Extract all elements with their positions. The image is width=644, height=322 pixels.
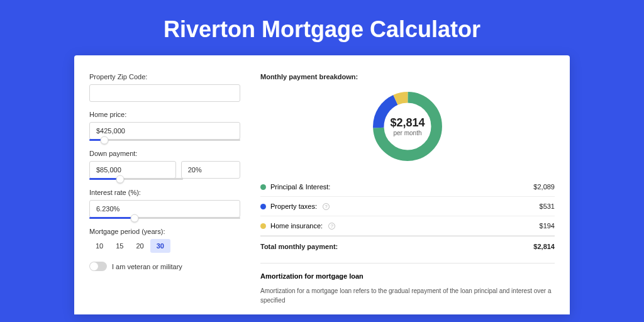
veteran-label: I am veteran or military bbox=[112, 263, 182, 270]
down-payment-label: Down payment: bbox=[89, 150, 240, 157]
zip-field: Property Zip Code: bbox=[89, 73, 240, 102]
breakdown-title: Monthly payment breakdown: bbox=[260, 73, 555, 80]
dot-icon bbox=[260, 184, 266, 190]
legend-label: Property taxes: bbox=[270, 203, 317, 210]
dot-icon bbox=[260, 223, 266, 229]
interest-rate-label: Interest rate (%): bbox=[89, 189, 240, 196]
mortgage-period-label: Mortgage period (years): bbox=[89, 228, 240, 235]
slider-thumb[interactable] bbox=[116, 175, 125, 183]
interest-rate-input[interactable] bbox=[89, 200, 240, 218]
calculator-card: Property Zip Code: Home price: Down paym… bbox=[74, 55, 570, 314]
amortization-text: Amortization for a mortgage loan refers … bbox=[260, 286, 555, 305]
legend-label: Home insurance: bbox=[270, 222, 323, 230]
down-payment-field: Down payment: bbox=[89, 150, 240, 180]
mortgage-period-field: Mortgage period (years): 10 15 20 30 bbox=[89, 228, 240, 253]
donut-chart-wrap: $2,814 per month bbox=[260, 88, 555, 165]
donut-sub: per month bbox=[393, 130, 421, 136]
veteran-toggle[interactable] bbox=[89, 262, 107, 271]
period-tab-30[interactable]: 30 bbox=[150, 239, 170, 253]
legend-principal: Principal & Interest: $2,089 bbox=[260, 177, 555, 197]
legend-taxes: Property taxes: ? $531 bbox=[260, 197, 555, 216]
period-tab-10[interactable]: 10 bbox=[89, 239, 109, 253]
legend-label: Principal & Interest: bbox=[270, 183, 330, 191]
dot-icon bbox=[260, 204, 266, 209]
interest-rate-slider[interactable] bbox=[89, 217, 240, 219]
down-payment-input[interactable] bbox=[89, 161, 176, 179]
home-price-label: Home price: bbox=[89, 111, 240, 118]
amortization-title: Amortization for mortgage loan bbox=[260, 272, 555, 280]
legend-value: $531 bbox=[540, 203, 555, 210]
toggle-knob bbox=[90, 262, 98, 270]
info-icon[interactable]: ? bbox=[328, 223, 335, 230]
period-tab-20[interactable]: 20 bbox=[130, 239, 150, 253]
legend-value: $194 bbox=[540, 222, 555, 230]
breakdown-column: Monthly payment breakdown: $2,814 per mo… bbox=[260, 73, 555, 314]
slider-thumb[interactable] bbox=[131, 214, 139, 222]
period-tabs: 10 15 20 30 bbox=[89, 239, 240, 253]
period-tab-15[interactable]: 15 bbox=[109, 239, 130, 253]
total-value: $2,814 bbox=[533, 243, 555, 250]
down-payment-slider[interactable] bbox=[89, 178, 183, 180]
zip-label: Property Zip Code: bbox=[89, 73, 240, 80]
donut-center: $2,814 per month bbox=[369, 88, 446, 165]
legend-value: $2,089 bbox=[533, 183, 555, 191]
home-price-input[interactable] bbox=[89, 122, 240, 140]
total-row: Total monthly payment: $2,814 bbox=[260, 236, 555, 259]
down-payment-pct-input[interactable] bbox=[181, 161, 240, 179]
info-icon[interactable]: ? bbox=[323, 203, 330, 210]
interest-rate-field: Interest rate (%): bbox=[89, 189, 240, 219]
zip-input[interactable] bbox=[89, 84, 240, 102]
donut-chart: $2,814 per month bbox=[369, 88, 446, 165]
slider-thumb[interactable] bbox=[101, 136, 109, 144]
donut-amount: $2,814 bbox=[390, 116, 425, 130]
veteran-toggle-row: I am veteran or military bbox=[89, 262, 240, 271]
total-label: Total monthly payment: bbox=[260, 243, 338, 250]
amortization-section: Amortization for mortgage loan Amortizat… bbox=[260, 263, 555, 305]
page-title: Riverton Mortgage Calculator bbox=[0, 0, 644, 55]
home-price-slider[interactable] bbox=[89, 139, 240, 141]
legend-insurance: Home insurance: ? $194 bbox=[260, 216, 555, 236]
home-price-field: Home price: bbox=[89, 111, 240, 141]
inputs-column: Property Zip Code: Home price: Down paym… bbox=[89, 73, 240, 314]
